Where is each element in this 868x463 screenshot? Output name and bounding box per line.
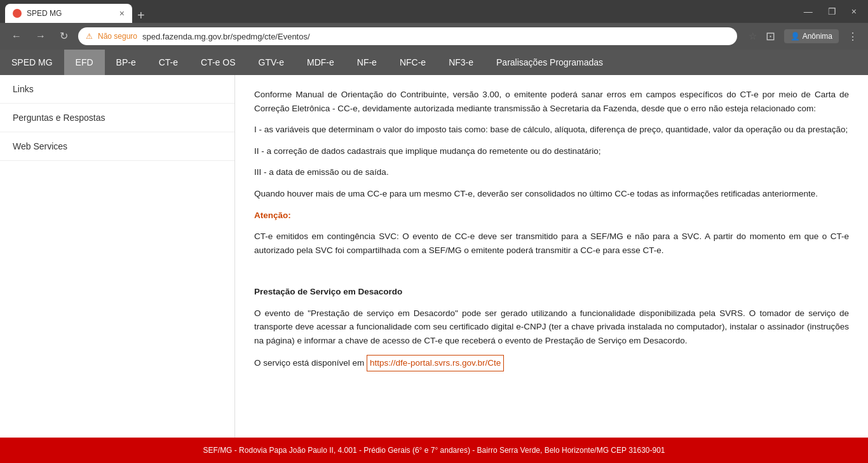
footer-text: SEF/MG - Rodovia Papa João Paulo II, 4.0… (203, 446, 665, 455)
attention-label: Atenção: (254, 209, 849, 223)
new-tab-button[interactable]: + (132, 8, 150, 23)
nav-item-bpe[interactable]: BP-e (105, 50, 147, 75)
profile-button[interactable]: 👤 Anônima (784, 29, 839, 43)
address-bar: ← → ↻ ⚠ Não seguro sped.fazenda.mg.gov.b… (0, 23, 868, 50)
profile-icon: 👤 (790, 32, 800, 41)
list-item-2: II - a correção de dados cadastrais que … (254, 144, 849, 158)
page-layout: Links Perguntas e Respostas Web Services… (0, 75, 868, 438)
main-content: Conforme Manual de Orientação do Contrib… (235, 75, 868, 438)
window-controls: — ❐ × (797, 6, 863, 17)
nav-item-paralisacoes[interactable]: Paralisações Programadas (485, 50, 614, 75)
back-button[interactable]: ← (8, 29, 25, 44)
sidebar-toggle-icon[interactable]: ⊡ (763, 27, 778, 46)
nav-item-cte[interactable]: CT-e (147, 50, 189, 75)
paragraph-5: O serviço está disponível em https://dfe… (254, 355, 849, 371)
tab-close-button[interactable]: × (119, 9, 125, 18)
tab-bar: SPED MG × + (5, 0, 150, 23)
paragraph-5-prefix: O serviço está disponível em (254, 358, 364, 368)
lock-icon: ⚠ (86, 32, 93, 41)
maximize-button[interactable]: ❐ (822, 6, 843, 17)
sidebar-item-perguntas[interactable]: Perguntas e Respostas (0, 104, 234, 132)
main-navigation: SPED MG EFD BP-e CT-e CT-e OS GTV-e MDF-… (0, 50, 868, 75)
nav-item-nf3e[interactable]: NF3-e (437, 50, 485, 75)
nav-item-mdfe[interactable]: MDF-e (295, 50, 346, 75)
bookmark-icon[interactable]: ☆ (749, 31, 757, 42)
sidebar-item-links[interactable]: Links (0, 75, 234, 104)
nav-item-gtve[interactable]: GTV-e (247, 50, 295, 75)
nav-item-nfe[interactable]: NF-e (346, 50, 388, 75)
paragraph-4: O evento de "Prestação de serviço em Des… (254, 307, 849, 348)
nav-item-nfce[interactable]: NFC-e (388, 50, 437, 75)
browser-menu-button[interactable]: ⋮ (845, 28, 860, 45)
active-tab[interactable]: SPED MG × (5, 4, 132, 23)
forward-button[interactable]: → (32, 29, 50, 44)
minimize-button[interactable]: — (797, 6, 819, 17)
sidebar-item-web-services[interactable]: Web Services (0, 132, 234, 161)
page-footer: SEF/MG - Rodovia Papa João Paulo II, 4.0… (0, 438, 868, 463)
refresh-button[interactable]: ↻ (56, 29, 72, 44)
paragraph-1: Conforme Manual de Orientação do Contrib… (254, 88, 849, 115)
svrs-link[interactable]: https://dfe-portal.svrs.rs.gov.br/Cte (367, 355, 504, 371)
url-display: sped.fazenda.mg.gov.br/spedmg/cte/Evento… (142, 32, 729, 41)
browser-titlebar: SPED MG × + — ❐ × (0, 0, 868, 23)
tab-favicon (13, 9, 22, 18)
profile-label: Anônima (803, 32, 832, 41)
nav-item-sped-mg[interactable]: SPED MG (0, 50, 64, 75)
section-title-prestacao: Prestação de Serviço em Desacordo (254, 285, 849, 299)
list-item-3: III - a data de emissão ou de saída. (254, 165, 849, 179)
nav-item-cte-os[interactable]: CT-e OS (189, 50, 247, 75)
address-field[interactable]: ⚠ Não seguro sped.fazenda.mg.gov.br/sped… (78, 27, 737, 45)
nav-item-efd[interactable]: EFD (64, 50, 105, 75)
paragraph-2: Quando houver mais de uma CC-e para um m… (254, 187, 849, 201)
close-button[interactable]: × (845, 6, 863, 17)
paragraph-3: CT-e emitidos em contingência SVC: O eve… (254, 230, 849, 257)
sidebar: Links Perguntas e Respostas Web Services (0, 75, 235, 438)
not-secure-label: Não seguro (98, 32, 137, 41)
tab-title: SPED MG (27, 9, 114, 18)
list-item-1: I - as variáveis que determinam o valor … (254, 123, 849, 137)
